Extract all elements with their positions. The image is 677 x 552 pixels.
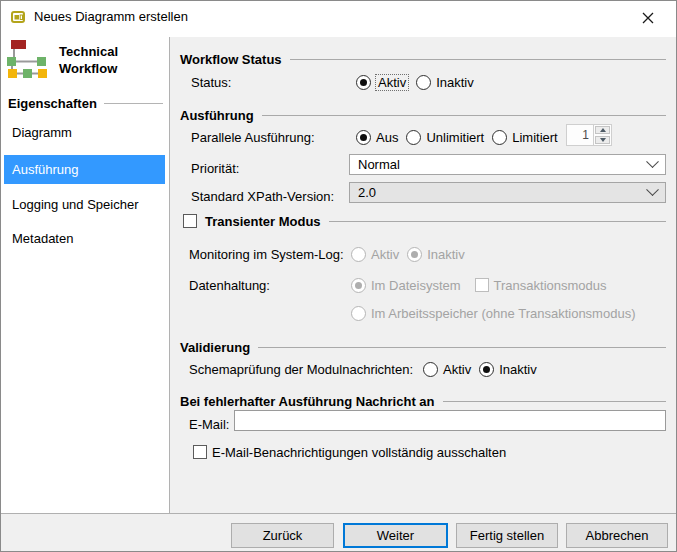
status-inaktiv-radio[interactable]	[416, 75, 431, 90]
monitoring-inaktiv-radio	[407, 247, 422, 262]
monitoring-aktiv-option: Aktiv	[351, 247, 399, 262]
section-fehler-nachricht: Bei fehlerhafter Ausführung Nachricht an	[180, 393, 666, 409]
schema-inaktiv-label: Inaktiv	[499, 362, 537, 377]
status-row: Status: Aktiv Inaktiv	[170, 72, 677, 92]
monitoring-row: Monitoring im System-Log: Aktiv Inaktiv	[170, 244, 677, 264]
datenhaltung-row-1: Datenhaltung: Im Dateisystem Transaktion…	[170, 275, 677, 295]
dateisystem-option: Im Dateisystem	[351, 278, 461, 293]
status-aktiv-option[interactable]: Aktiv	[356, 75, 408, 90]
arbeitsspeicher-option: Im Arbeitsspeicher (ohne Transaktionsmod…	[351, 306, 635, 321]
schema-inaktiv-radio[interactable]	[479, 362, 494, 377]
prioritaet-label: Priorität:	[191, 161, 239, 176]
schema-inaktiv-option[interactable]: Inaktiv	[479, 362, 537, 377]
monitoring-label: Monitoring im System-Log:	[189, 247, 344, 262]
limit-spinner-value: 1	[567, 125, 593, 145]
xpath-value: 2.0	[358, 185, 376, 200]
monitoring-inaktiv-option: Inaktiv	[407, 247, 465, 262]
parallel-limitiert-radio[interactable]	[492, 130, 507, 145]
arbeitsspeicher-label: Im Arbeitsspeicher (ohne Transaktionsmod…	[371, 306, 635, 321]
abbrechen-button[interactable]: Abbrechen	[566, 523, 668, 548]
email-disable-checkbox[interactable]	[193, 445, 207, 459]
sidebar-section-header: Eigenschaften	[8, 96, 163, 111]
spinner-up-icon	[600, 128, 606, 132]
diagram-window-icon	[10, 9, 26, 25]
sidebar-item-logging-und-speicher[interactable]: Logging und Speicher	[4, 190, 165, 219]
weiter-button[interactable]: Weiter	[343, 523, 448, 548]
monitoring-inaktiv-label: Inaktiv	[427, 247, 465, 262]
dateisystem-radio	[351, 278, 366, 293]
status-inaktiv-option[interactable]: Inaktiv	[416, 75, 474, 90]
zurueck-button[interactable]: Zurück	[231, 523, 334, 548]
email-input[interactable]	[234, 410, 666, 431]
spinner-down-icon	[600, 138, 606, 142]
parallel-limitiert-label: Limitiert	[512, 130, 558, 145]
main-panel: Workflow Status Status: Aktiv Inaktiv Au…	[170, 37, 677, 513]
parallel-unlimitiert-option[interactable]: Unlimitiert	[406, 130, 484, 145]
dialog-window: Neues Diagramm erstellen Technic	[0, 0, 677, 552]
status-label: Status:	[191, 75, 231, 90]
section-transienter-modus: Transienter Modus	[183, 213, 666, 229]
parallel-unlimitiert-label: Unlimitiert	[426, 130, 484, 145]
chevron-down-icon	[646, 183, 659, 196]
transaktionsmodus-option: Transaktionsmodus	[475, 278, 607, 293]
close-button[interactable]	[628, 4, 668, 32]
workflow-type-label: Technical Workflow	[59, 43, 118, 77]
technical-workflow-icon	[7, 40, 51, 83]
spinner-up-button[interactable]	[595, 126, 610, 134]
sidebar-item-diagramm[interactable]: Diagramm	[4, 118, 165, 147]
spinner-down-button[interactable]	[595, 136, 610, 144]
status-aktiv-radio[interactable]	[356, 75, 371, 90]
section-validierung: Validierung	[180, 339, 666, 355]
sidebar: Technical Workflow Eigenschaften Diagram…	[2, 36, 169, 513]
footer-bar: Zurück Weiter Fertig stellen Abbrechen	[1, 513, 676, 552]
close-icon	[641, 11, 655, 25]
datenhaltung-row-2: Im Arbeitsspeicher (ohne Transaktionsmod…	[170, 303, 677, 323]
title-bar: Neues Diagramm erstellen	[1, 1, 676, 36]
sidebar-item-metadaten[interactable]: Metadaten	[4, 224, 165, 253]
email-disable-row: E-Mail-Benachrichtigungen vollständig au…	[170, 442, 677, 462]
xpath-select[interactable]: 2.0	[349, 182, 666, 203]
parallel-aus-option[interactable]: Aus	[356, 130, 398, 145]
xpath-label: Standard XPath-Version:	[191, 189, 334, 204]
transient-checkbox[interactable]	[183, 214, 197, 228]
monitoring-aktiv-radio	[351, 247, 366, 262]
prioritaet-value: Normal	[358, 157, 400, 172]
status-aktiv-label: Aktiv	[376, 75, 408, 90]
limit-spinner[interactable]: 1	[566, 124, 612, 146]
section-workflow-status: Workflow Status	[180, 51, 666, 67]
parallel-unlimitiert-radio[interactable]	[406, 130, 421, 145]
arbeitsspeicher-radio	[351, 306, 366, 321]
fertig-stellen-button[interactable]: Fertig stellen	[456, 523, 558, 548]
email-disable-option[interactable]: E-Mail-Benachrichtigungen vollständig au…	[193, 445, 506, 460]
schema-row: Schemaprüfung der Modulnachrichten: Akti…	[170, 359, 677, 379]
status-inaktiv-label: Inaktiv	[436, 75, 474, 90]
chevron-down-icon	[646, 155, 659, 168]
schema-aktiv-option[interactable]: Aktiv	[423, 362, 471, 377]
parallel-aus-radio[interactable]	[356, 130, 371, 145]
sidebar-item-ausfuehrung[interactable]: Ausführung	[4, 155, 165, 184]
email-disable-label: E-Mail-Benachrichtigungen vollständig au…	[212, 445, 506, 460]
dateisystem-label: Im Dateisystem	[371, 278, 461, 293]
schema-aktiv-label: Aktiv	[443, 362, 471, 377]
parallel-limitiert-option[interactable]: Limitiert	[492, 130, 558, 145]
transaktionsmodus-checkbox	[475, 278, 489, 292]
email-label: E-Mail:	[189, 417, 229, 432]
section-ausfuehrung: Ausführung	[180, 107, 666, 123]
parallel-label: Parallele Ausführung:	[191, 130, 315, 145]
datenhaltung-label: Datenhaltung:	[189, 278, 270, 293]
schema-aktiv-radio[interactable]	[423, 362, 438, 377]
window-title: Neues Diagramm erstellen	[34, 9, 188, 24]
schema-label: Schemaprüfung der Modulnachrichten:	[189, 362, 413, 377]
monitoring-aktiv-label: Aktiv	[371, 247, 399, 262]
prioritaet-select[interactable]: Normal	[349, 154, 666, 175]
transaktionsmodus-label: Transaktionsmodus	[494, 278, 607, 293]
parallel-aus-label: Aus	[376, 130, 398, 145]
